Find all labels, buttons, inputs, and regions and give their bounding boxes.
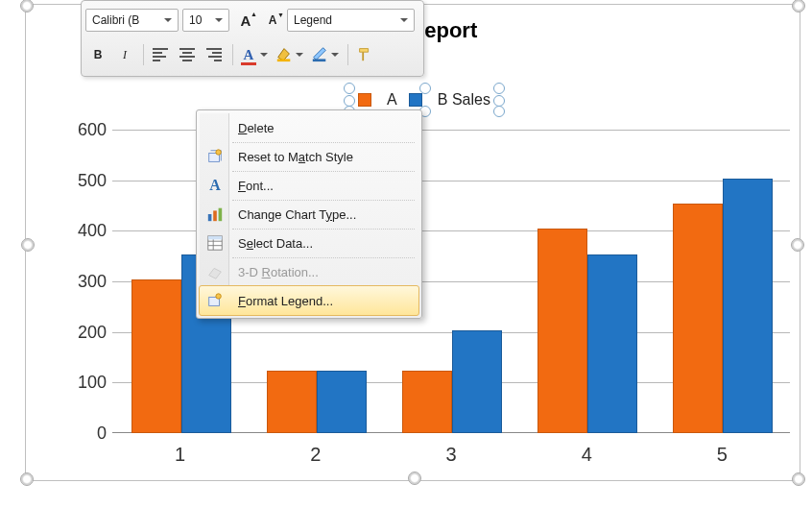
align-center-icon: [179, 48, 195, 61]
svg-rect-0: [277, 59, 291, 61]
menu-chart_type[interactable]: Change Chart Type...: [200, 200, 418, 229]
y-tick-label: 600: [59, 120, 107, 140]
shrink-font-icon: A▼: [262, 13, 283, 27]
menu-label: Format Legend...: [238, 294, 333, 308]
resize-handle[interactable]: [792, 0, 805, 12]
font-icon: A: [206, 177, 224, 194]
resize-handle[interactable]: [20, 0, 34, 12]
chevron-down-icon: [164, 18, 172, 22]
bar-b-sales-5[interactable]: [723, 179, 773, 433]
separator: [347, 44, 348, 65]
legend-label-a: A: [387, 91, 397, 109]
chevron-down-icon: [296, 53, 303, 57]
format-painter-button[interactable]: [352, 42, 377, 67]
resize-handle[interactable]: [21, 238, 35, 252]
outline-color-split[interactable]: [308, 42, 342, 67]
align-center-button[interactable]: [175, 42, 200, 67]
legend-context-menu[interactable]: DeleteReset to Match StyleAFont...Change…: [196, 109, 422, 319]
bold-icon: B: [94, 48, 103, 61]
legend-swatch-b: [409, 93, 422, 107]
chart-element-combo[interactable]: Legend: [287, 9, 415, 32]
outline-color-icon: [311, 45, 328, 65]
menu-rotation: 3-D Rotation...: [200, 257, 418, 286]
fill-color-split[interactable]: [273, 42, 306, 67]
font-color-split[interactable]: A: [237, 42, 271, 67]
bar-b-sales-2[interactable]: [317, 371, 367, 433]
menu-format_legend[interactable]: Format Legend...: [199, 285, 419, 316]
menu-label: Change Chart Type...: [238, 207, 356, 222]
y-tick-label: 500: [59, 170, 107, 190]
font-color-icon: A: [240, 47, 257, 63]
align-right-button[interactable]: [202, 42, 227, 67]
legend-handle[interactable]: [493, 106, 505, 117]
bar-b-sales-3[interactable]: [452, 330, 502, 433]
separator: [143, 44, 144, 65]
chart-element-value: Legend: [294, 13, 394, 27]
separator: [232, 44, 233, 65]
legend-handle[interactable]: [344, 83, 355, 94]
grow-font-button[interactable]: A▲: [233, 8, 258, 33]
align-left-button[interactable]: [148, 42, 173, 67]
y-tick-label: 200: [59, 322, 107, 342]
bar-a-5[interactable]: [673, 204, 723, 433]
resize-handle[interactable]: [791, 238, 804, 252]
font-size-value: 10: [189, 13, 208, 27]
menu-label: 3-D Rotation...: [238, 265, 319, 279]
chevron-down-icon: [400, 18, 408, 22]
menu-font[interactable]: AFont...: [200, 171, 418, 200]
resize-handle[interactable]: [792, 472, 805, 486]
delete-icon: [206, 119, 224, 136]
legend-label-b: B Sales: [438, 91, 490, 109]
x-tick-label: 4: [519, 444, 655, 472]
y-tick-label: 400: [59, 221, 107, 241]
y-tick-label: 100: [59, 373, 107, 393]
legend-swatch-a: [358, 93, 371, 107]
menu-label: Reset to Match Style: [238, 150, 353, 164]
bar-a-4[interactable]: [537, 229, 587, 433]
menu-select_data[interactable]: Select Data...: [200, 229, 418, 257]
legend-handle[interactable]: [419, 83, 431, 94]
menu-label: Select Data...: [238, 236, 313, 251]
bold-button[interactable]: B: [85, 42, 110, 67]
align-left-icon: [153, 48, 168, 61]
align-right-icon: [206, 48, 222, 61]
bar-a-2[interactable]: [267, 371, 317, 433]
fill-color-icon: [275, 45, 293, 65]
svg-rect-6: [219, 208, 223, 222]
x-axis-labels: 12345: [112, 444, 790, 472]
x-tick-label: 3: [383, 444, 518, 472]
bar-a-3[interactable]: [402, 371, 452, 433]
italic-button[interactable]: I: [112, 42, 137, 67]
font-name-combo[interactable]: Calibri (B: [85, 9, 179, 32]
svg-rect-5: [213, 210, 217, 221]
legend-handle[interactable]: [344, 95, 355, 107]
chevron-down-icon: [331, 53, 339, 57]
menu-label: Font...: [238, 179, 274, 193]
font-size-combo[interactable]: 10: [182, 9, 229, 32]
bar-b-sales-4[interactable]: [587, 254, 637, 433]
italic-icon: I: [123, 48, 127, 62]
chevron-down-icon: [215, 18, 223, 22]
legend-handle[interactable]: [493, 83, 505, 94]
resize-handle[interactable]: [20, 472, 34, 486]
menu-delete[interactable]: Delete: [200, 113, 418, 142]
y-tick-label: 0: [59, 423, 107, 444]
format_legend-icon: [206, 292, 224, 309]
bar-a-1[interactable]: [131, 279, 181, 433]
font-name-value: Calibri (B: [92, 13, 157, 27]
chevron-down-icon: [260, 53, 268, 57]
svg-point-3: [216, 150, 221, 155]
select_data-icon: [206, 234, 224, 252]
reset-icon: [206, 148, 224, 165]
y-axis-labels: 0100200300400500600: [59, 130, 107, 433]
svg-rect-11: [208, 236, 222, 240]
mini-format-toolbar[interactable]: Calibri (B 10 A▲ A▼ Legend B I A: [81, 0, 424, 77]
shrink-font-button[interactable]: A▼: [260, 8, 285, 33]
rotation-icon: [206, 263, 224, 280]
y-tick-label: 300: [59, 272, 107, 292]
legend-handle[interactable]: [493, 95, 505, 107]
svg-point-13: [216, 294, 221, 299]
menu-reset[interactable]: Reset to Match Style: [200, 142, 418, 171]
svg-rect-1: [313, 59, 326, 61]
resize-handle[interactable]: [408, 472, 421, 485]
